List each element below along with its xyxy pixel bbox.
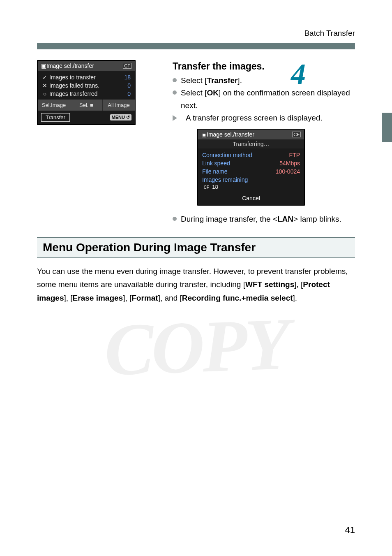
transfer-button[interactable]: Transfer	[41, 113, 70, 122]
bullet-icon	[173, 217, 177, 221]
tab-all-image[interactable]: All image	[103, 100, 135, 111]
section-heading: Menu Operation During Image Transfer	[37, 237, 355, 258]
screen1-title: ▣Image sel./transfer	[41, 63, 94, 69]
page-header: Batch Transfer	[37, 29, 355, 38]
bullet-item: Select [Transfer].	[173, 74, 355, 87]
header-divider	[37, 43, 355, 49]
cf-icon: CF	[123, 63, 131, 69]
transferring-status: Transferring…	[198, 139, 304, 148]
screen1-row: ○ Images transferred 0	[42, 90, 131, 97]
bullet-icon	[173, 78, 177, 82]
page-number: 41	[345, 525, 355, 535]
menu-back-icon: MENU ↺	[110, 114, 131, 120]
bullet-icon	[173, 90, 177, 95]
cf-icon: CF	[292, 132, 301, 137]
section-paragraph: You can use the menu even during image t…	[37, 265, 355, 305]
screen1-tabs: Sel.Image Sel. ■ All image	[38, 100, 135, 111]
bullet-item: During image transfer, the <LAN> lamp bl…	[173, 213, 355, 225]
tab-sel-image[interactable]: Sel.Image	[38, 100, 70, 111]
step-title: Transfer the images.	[173, 61, 355, 72]
cf-icon: CF	[204, 185, 209, 190]
triangle-icon	[173, 115, 182, 121]
cancel-button[interactable]: Cancel	[233, 194, 269, 202]
camera-screen-select: ▣Image sel./transfer CF ✓ Images to tran…	[37, 60, 136, 125]
camera-screen-progress: ▣Image sel./transfer CF Transferring… Co…	[197, 129, 305, 206]
bullet-item: Select [OK] on the confirmation screen d…	[173, 87, 355, 112]
bullet-item: A transfer progress screen is displayed.	[173, 112, 355, 124]
watermark: COPY	[103, 301, 289, 392]
screen1-row: ✓ Images to transfer 18	[42, 74, 131, 81]
screen1-row: ✕ Images failed trans. 0	[42, 82, 131, 89]
step-number: 4	[291, 61, 306, 88]
side-tab	[382, 113, 392, 142]
tab-sel-folder[interactable]: Sel. ■	[70, 100, 103, 111]
screen2-title: ▣Image sel./transfer	[201, 131, 254, 138]
